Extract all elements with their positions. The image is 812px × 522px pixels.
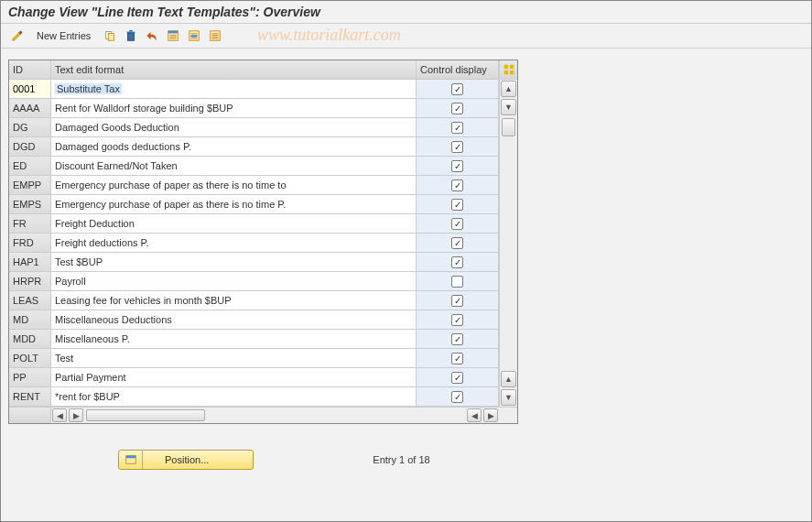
control-display-checkbox[interactable]: ✓ (451, 218, 463, 230)
control-display-checkbox[interactable]: ✓ (451, 160, 463, 172)
cell-text[interactable]: Damaged goods deductions P. (51, 137, 417, 156)
cell-text[interactable]: Miscellaneous Deductions (51, 310, 417, 329)
position-button[interactable]: Position... (118, 450, 254, 470)
vscroll-up-icon[interactable]: ▲ (501, 81, 516, 97)
watermark-text: www.tutorialkart.com (257, 26, 401, 45)
cell-text[interactable]: Payroll (51, 272, 417, 290)
cell-id[interactable]: LEAS (9, 291, 51, 310)
cell-text[interactable]: Substitute Tax (51, 80, 417, 98)
control-display-checkbox[interactable]: ✓ (451, 103, 463, 114)
svg-rect-3 (127, 32, 135, 34)
cell-id[interactable]: MDD (9, 330, 51, 348)
cell-text[interactable]: Emergency purchase of paper as there is … (51, 195, 417, 213)
table-row: HAP1Test $BUP✓ (9, 253, 499, 272)
cell-id[interactable]: FRD (9, 234, 51, 252)
hscroll-right-left-icon[interactable]: ◀ (467, 408, 482, 422)
cell-id[interactable]: FR (9, 214, 51, 233)
cell-id[interactable]: ED (9, 157, 51, 175)
cell-id[interactable]: PP (9, 368, 51, 386)
header-id[interactable]: ID (9, 60, 51, 79)
page-title: Change View "Line Item Text Templates": … (1, 1, 811, 24)
hscroll-thumb[interactable] (86, 409, 205, 421)
cell-id[interactable]: HAP1 (9, 253, 51, 271)
new-entries-button[interactable]: New Entries (29, 28, 98, 43)
cell-control: ✓ (417, 195, 499, 213)
cell-id[interactable]: POLT (9, 349, 51, 367)
copy-as-icon[interactable] (101, 27, 119, 45)
cell-text[interactable]: Damaged Goods Deduction (51, 118, 417, 136)
control-display-checkbox[interactable]: ✓ (451, 199, 463, 211)
cell-id[interactable]: HRPR (9, 272, 51, 290)
control-display-checkbox[interactable]: ✓ (451, 179, 463, 191)
cell-text[interactable]: Miscellaneous P. (51, 330, 417, 348)
delete-icon[interactable] (122, 27, 140, 45)
cell-text[interactable]: Partial Payment (51, 368, 417, 386)
cell-text[interactable]: *rent for $BUP (51, 387, 417, 406)
svg-rect-24 (125, 456, 135, 459)
svg-rect-18 (212, 38, 219, 39)
cell-text[interactable]: Rent for Walldorf storage building $BUP (51, 99, 417, 117)
select-block-icon[interactable] (185, 27, 203, 45)
cell-control: ✓ (417, 349, 499, 367)
cell-id[interactable]: EMPS (9, 195, 51, 213)
cell-id[interactable]: DG (9, 118, 51, 136)
position-icon (119, 451, 143, 469)
cell-text[interactable]: Leasing fee for vehicles in month $BUP (51, 291, 417, 310)
control-display-checkbox[interactable]: ✓ (451, 295, 463, 307)
cell-text[interactable]: Emergency purchase of paper as there is … (51, 176, 417, 194)
svg-rect-9 (170, 38, 177, 39)
select-all-icon[interactable] (164, 27, 182, 45)
table-row: DGDDamaged goods deductions P.✓ (9, 137, 499, 157)
cell-text[interactable]: Freight Deduction (51, 214, 417, 233)
control-display-checkbox[interactable]: ✓ (451, 353, 463, 364)
hscroll-left2-icon[interactable]: ▶ (69, 408, 83, 422)
cell-text[interactable]: Test (51, 349, 417, 367)
cell-control: ✓ (417, 214, 499, 233)
cell-id[interactable] (9, 80, 51, 98)
control-display-checkbox[interactable]: ✓ (451, 237, 463, 249)
toggle-display-change-icon[interactable] (8, 27, 27, 45)
control-display-checkbox[interactable]: ✓ (451, 256, 463, 268)
table-row: FRDFreight deductions P.✓ (9, 234, 499, 253)
id-input-field[interactable] (13, 83, 47, 94)
cell-control: ✓ (417, 137, 499, 156)
hscroll-track[interactable] (84, 408, 301, 423)
cell-control: ✓ (417, 291, 499, 310)
cell-id[interactable]: RENT (9, 387, 51, 406)
header-text[interactable]: Text edit format (51, 60, 417, 79)
control-display-checkbox[interactable]: ✓ (451, 83, 463, 95)
control-display-checkbox[interactable]: ✓ (451, 141, 463, 153)
cell-control: ✓ (417, 118, 499, 136)
svg-rect-7 (170, 35, 177, 36)
vscroll-down-step-icon[interactable]: ▼ (501, 99, 516, 115)
svg-rect-8 (170, 37, 177, 38)
table-settings-icon[interactable] (499, 60, 517, 79)
cell-text[interactable]: Test $BUP (51, 253, 417, 271)
cell-id[interactable]: AAAA (9, 99, 51, 117)
vscroll-track[interactable] (500, 116, 517, 370)
control-display-checkbox[interactable]: ✓ (451, 391, 463, 403)
deselect-all-icon[interactable] (206, 27, 224, 45)
cell-text[interactable]: Freight deductions P. (51, 234, 417, 252)
hscroll-right-icon[interactable]: ▶ (483, 408, 498, 422)
vscroll-thumb[interactable] (502, 118, 515, 136)
control-display-checkbox[interactable]: ✓ (451, 333, 463, 345)
entry-count-text: Entry 1 of 18 (373, 454, 429, 465)
header-control[interactable]: Control display (417, 60, 499, 79)
control-display-checkbox[interactable]: ✓ (451, 372, 463, 384)
cell-id[interactable]: EMPP (9, 176, 51, 194)
position-button-label: Position... (143, 454, 253, 465)
table-row: MDMiscellaneous Deductions✓ (9, 310, 499, 330)
undo-change-icon[interactable] (143, 27, 161, 45)
cell-id[interactable]: MD (9, 310, 51, 329)
cell-text[interactable]: Discount Earned/Not Taken (51, 157, 417, 175)
vscroll-up2-icon[interactable]: ▲ (501, 371, 516, 387)
control-display-checkbox[interactable]: ✓ (451, 122, 463, 134)
hscroll-left-icon[interactable]: ◀ (52, 408, 67, 422)
control-display-checkbox[interactable] (451, 276, 463, 288)
vscroll-down-icon[interactable]: ▼ (501, 389, 516, 406)
cell-id[interactable]: DGD (9, 137, 51, 156)
svg-rect-22 (509, 71, 513, 74)
control-display-checkbox[interactable]: ✓ (451, 314, 463, 326)
table-row: DGDamaged Goods Deduction✓ (9, 118, 499, 137)
